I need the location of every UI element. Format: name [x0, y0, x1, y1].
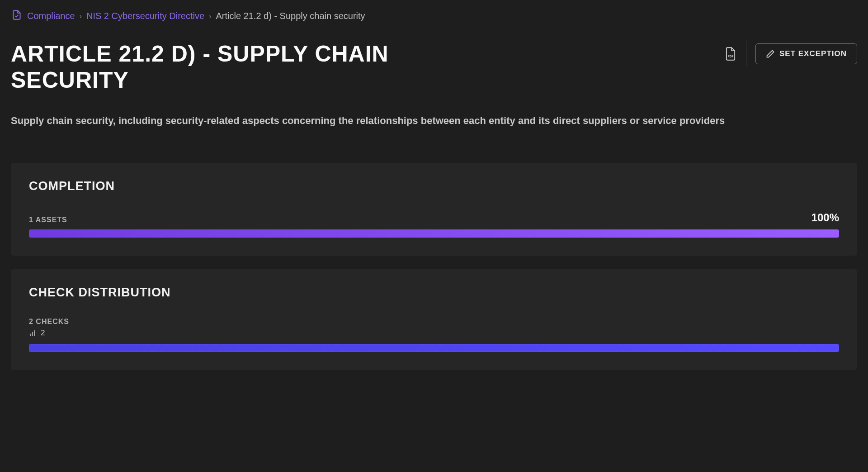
- breadcrumb-separator: ›: [80, 12, 82, 20]
- checks-count-label: 2 CHECKS: [29, 318, 839, 326]
- completion-panel: COMPLETION 1 ASSETS 100%: [11, 163, 857, 256]
- header-actions: PDF SET EXCEPTION: [724, 41, 857, 67]
- document-check-icon: [11, 9, 23, 23]
- assets-count-label: 1 ASSETS: [29, 216, 67, 224]
- breadcrumb-root-link[interactable]: Compliance: [27, 11, 75, 21]
- checks-meta: 2 CHECKS 2: [29, 318, 839, 338]
- completion-progress-bar: [29, 229, 839, 238]
- breadcrumb-current: Article 21.2 d) - Supply chain security: [216, 11, 365, 21]
- breadcrumb-parent-link[interactable]: NIS 2 Cybersecurity Directive: [86, 11, 204, 21]
- check-distribution-bar: [29, 344, 839, 352]
- set-exception-button[interactable]: SET EXCEPTION: [755, 43, 857, 64]
- breadcrumb-separator: ›: [209, 12, 211, 20]
- page-header: ARTICLE 21.2 D) - SUPPLY CHAIN SECURITY …: [11, 41, 857, 93]
- svg-text:PDF: PDF: [728, 55, 734, 58]
- bar-chart-icon: [29, 329, 37, 337]
- completion-meta-row: 1 ASSETS 100%: [29, 211, 839, 224]
- pencil-icon: [766, 49, 775, 58]
- checks-count-row: 2: [29, 329, 839, 338]
- check-distribution-panel: CHECK DISTRIBUTION 2 CHECKS 2: [11, 269, 857, 370]
- completion-panel-title: COMPLETION: [29, 179, 839, 193]
- check-distribution-title: CHECK DISTRIBUTION: [29, 286, 839, 300]
- set-exception-label: SET EXCEPTION: [779, 49, 847, 58]
- completion-progress-fill: [29, 229, 839, 238]
- page-title: ARTICLE 21.2 D) - SUPPLY CHAIN SECURITY: [11, 41, 418, 93]
- check-distribution-fill: [29, 344, 839, 352]
- completion-percent: 100%: [811, 211, 839, 224]
- breadcrumb: Compliance › NIS 2 Cybersecurity Directi…: [11, 9, 857, 23]
- export-pdf-icon[interactable]: PDF: [724, 47, 737, 61]
- article-description: Supply chain security, including securit…: [11, 115, 857, 127]
- vertical-divider: [746, 41, 746, 67]
- checks-count-value: 2: [41, 329, 45, 338]
